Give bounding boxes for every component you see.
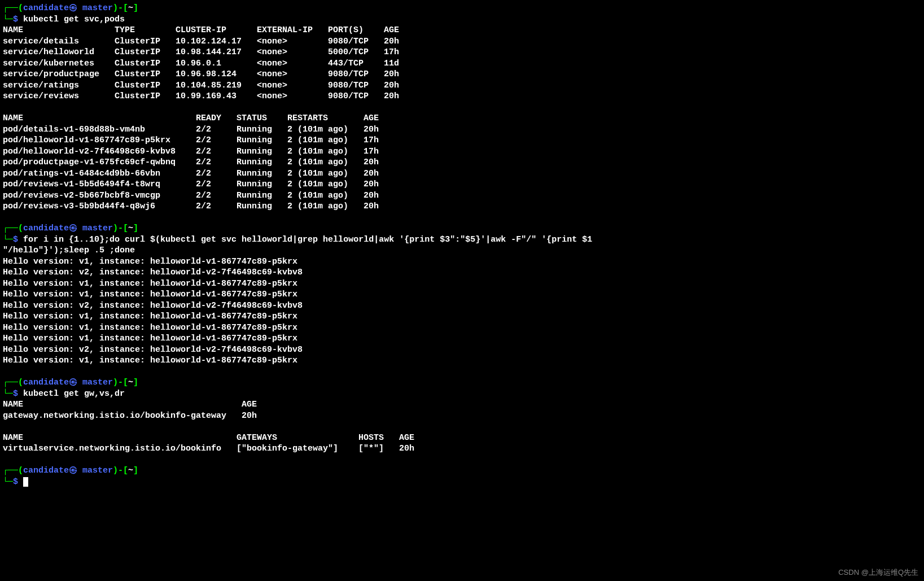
pod-row: pod/reviews-v1-5b5d6494f4-t8wrq 2/2 Runn… <box>3 179 921 190</box>
pod-row: pod/productpage-v1-675fc69cf-qwbnq 2/2 R… <box>3 157 921 168</box>
svc-header: NAME TYPE CLUSTER-IP EXTERNAL-IP PORT(S)… <box>3 25 921 36</box>
svc-row: service/helloworld ClusterIP 10.98.144.2… <box>3 47 921 58</box>
pod-row: pod/reviews-v2-5b667bcbf8-vmcgp 2/2 Runn… <box>3 190 921 202</box>
svc-row: service/details ClusterIP 10.102.124.17 … <box>3 36 921 47</box>
hello-row: Hello version: v1, instance: helloworld-… <box>3 355 921 366</box>
svc-table: service/details ClusterIP 10.102.124.17 … <box>3 36 921 102</box>
hello-row: Hello version: v2, instance: helloworld-… <box>3 344 921 356</box>
hello-row: Hello version: v1, instance: helloworld-… <box>3 311 921 322</box>
prompt-line1: ┌──(candidate㉿ master)-[~] <box>3 377 921 388</box>
pod-row: pod/details-v1-698d88b-vm4nb 2/2 Running… <box>3 124 921 136</box>
prompt-line2: └─$ kubectl get svc,pods <box>3 14 921 25</box>
hello-row: Hello version: v1, instance: helloworld-… <box>3 322 921 334</box>
hello-row: Hello version: v2, instance: helloworld-… <box>3 267 921 278</box>
command-3: kubectl get gw,vs,dr <box>18 389 125 399</box>
command-2: for i in {1..10};do curl $(kubectl get s… <box>18 235 592 244</box>
gw-row: gateway.networking.istio.io/bookinfo-gat… <box>3 410 921 422</box>
prompt-line1: ┌──(candidate㉿ master)-[~] <box>3 223 921 234</box>
vs-header: NAME GATEWAYS HOSTS AGE <box>3 433 921 444</box>
watermark: CSDN @上海运维Q先生 <box>838 568 918 578</box>
command-1: kubectl get svc,pods <box>18 15 125 24</box>
prompt-line1: ┌──(candidate㉿ master)-[~] <box>3 465 921 477</box>
pod-table: pod/details-v1-698d88b-vm4nb 2/2 Running… <box>3 124 921 212</box>
hello-row: Hello version: v1, instance: helloworld-… <box>3 289 921 300</box>
prompt-line1: ┌──(candidate㉿ master)-[~] <box>3 3 921 14</box>
hello-output: Hello version: v1, instance: helloworld-… <box>3 256 921 366</box>
pod-header: NAME READY STATUS RESTARTS AGE <box>3 113 921 124</box>
prompt-line2: └─$ <box>3 477 921 488</box>
pod-row: pod/ratings-v1-6484c4d9bb-66vbn 2/2 Runn… <box>3 168 921 180</box>
hello-row: Hello version: v1, instance: helloworld-… <box>3 333 921 344</box>
svc-row: service/kubernetes ClusterIP 10.96.0.1 <… <box>3 58 921 69</box>
hello-row: Hello version: v1, instance: helloworld-… <box>3 278 921 290</box>
svc-row: service/ratings ClusterIP 10.104.85.219 … <box>3 80 921 91</box>
prompt-line2: └─$ for i in {1..10};do curl $(kubectl g… <box>3 234 921 246</box>
gw-header: NAME AGE <box>3 399 921 410</box>
vs-row: virtualservice.networking.istio.io/booki… <box>3 443 921 455</box>
terminal[interactable]: ┌──(candidate㉿ master)-[~] └─$ kubectl g… <box>3 3 921 487</box>
svc-row: service/reviews ClusterIP 10.99.169.43 <… <box>3 91 921 102</box>
hello-row: Hello version: v2, instance: helloworld-… <box>3 300 921 312</box>
prompt-line2: └─$ kubectl get gw,vs,dr <box>3 388 921 400</box>
pod-row: pod/reviews-v3-5b9bd44f4-q8wj6 2/2 Runni… <box>3 201 921 212</box>
hello-row: Hello version: v1, instance: helloworld-… <box>3 256 921 268</box>
svc-row: service/productpage ClusterIP 10.96.98.1… <box>3 69 921 80</box>
command-2-cont: "/hello"}');sleep .5 ;done <box>3 245 921 256</box>
pod-row: pod/helloworld-v2-7f46498c69-kvbv8 2/2 R… <box>3 146 921 158</box>
pod-row: pod/helloworld-v1-867747c89-p5krx 2/2 Ru… <box>3 135 921 146</box>
cursor[interactable] <box>23 477 28 487</box>
